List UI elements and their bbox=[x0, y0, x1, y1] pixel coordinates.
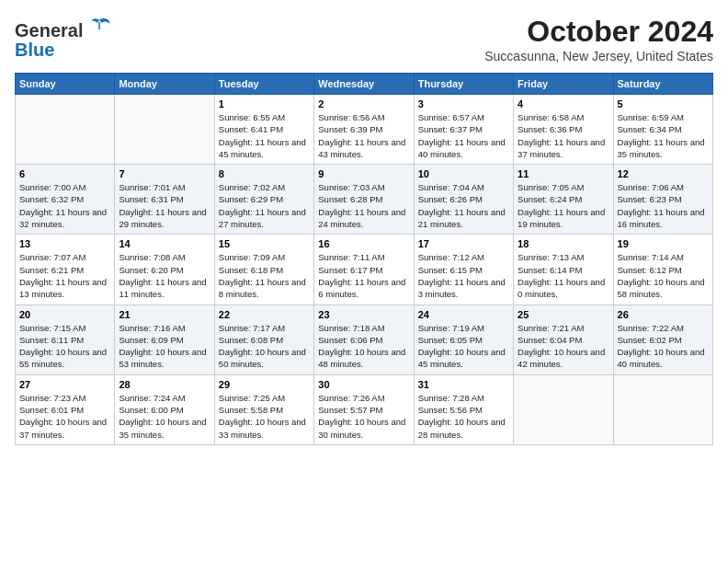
calendar-cell: 6Sunrise: 7:00 AM Sunset: 6:32 PM Daylig… bbox=[16, 165, 115, 235]
calendar-week-3: 13Sunrise: 7:07 AM Sunset: 6:21 PM Dayli… bbox=[16, 235, 713, 304]
day-number: 23 bbox=[318, 309, 409, 320]
day-number: 15 bbox=[219, 238, 310, 249]
logo-bird-icon bbox=[87, 17, 111, 37]
calendar-cell: 16Sunrise: 7:11 AM Sunset: 6:17 PM Dayli… bbox=[314, 235, 414, 304]
day-info: Sunrise: 7:17 AM Sunset: 6:08 PM Dayligh… bbox=[219, 322, 310, 371]
day-number: 5 bbox=[618, 98, 709, 109]
calendar-cell: 7Sunrise: 7:01 AM Sunset: 6:31 PM Daylig… bbox=[115, 165, 214, 235]
calendar-cell: 10Sunrise: 7:04 AM Sunset: 6:26 PM Dayli… bbox=[414, 165, 513, 235]
calendar-week-2: 6Sunrise: 7:00 AM Sunset: 6:32 PM Daylig… bbox=[16, 165, 713, 235]
day-number: 2 bbox=[318, 98, 409, 109]
calendar-cell: 19Sunrise: 7:14 AM Sunset: 6:12 PM Dayli… bbox=[613, 235, 712, 304]
weekday-header-tuesday: Tuesday bbox=[214, 74, 313, 95]
calendar-cell bbox=[514, 374, 613, 444]
weekday-header-sunday: Sunday bbox=[16, 74, 115, 95]
calendar-week-5: 27Sunrise: 7:23 AM Sunset: 6:01 PM Dayli… bbox=[16, 374, 713, 444]
day-number: 9 bbox=[318, 168, 409, 179]
month-title: October 2024 bbox=[484, 15, 713, 49]
calendar-cell: 13Sunrise: 7:07 AM Sunset: 6:21 PM Dayli… bbox=[16, 235, 115, 304]
day-info: Sunrise: 7:02 AM Sunset: 6:29 PM Dayligh… bbox=[219, 181, 310, 230]
day-info: Sunrise: 6:58 AM Sunset: 6:36 PM Dayligh… bbox=[518, 111, 609, 160]
day-number: 25 bbox=[518, 309, 609, 320]
day-info: Sunrise: 6:59 AM Sunset: 6:34 PM Dayligh… bbox=[618, 111, 709, 160]
calendar-cell: 3Sunrise: 6:57 AM Sunset: 6:37 PM Daylig… bbox=[414, 95, 513, 165]
day-info: Sunrise: 7:25 AM Sunset: 5:58 PM Dayligh… bbox=[219, 392, 310, 441]
day-info: Sunrise: 7:16 AM Sunset: 6:09 PM Dayligh… bbox=[119, 322, 210, 371]
day-info: Sunrise: 7:03 AM Sunset: 6:28 PM Dayligh… bbox=[318, 181, 409, 230]
day-info: Sunrise: 7:01 AM Sunset: 6:31 PM Dayligh… bbox=[119, 181, 210, 230]
day-number: 28 bbox=[119, 379, 210, 390]
day-number: 8 bbox=[219, 168, 310, 179]
calendar-cell: 21Sunrise: 7:16 AM Sunset: 6:09 PM Dayli… bbox=[115, 304, 214, 374]
day-number: 26 bbox=[618, 309, 709, 320]
day-number: 20 bbox=[19, 309, 110, 320]
location: Succasunna, New Jersey, United States bbox=[484, 49, 713, 63]
day-number: 4 bbox=[518, 98, 609, 109]
logo-general: General bbox=[15, 20, 83, 40]
calendar-cell: 17Sunrise: 7:12 AM Sunset: 6:15 PM Dayli… bbox=[414, 235, 513, 304]
logo: General Blue bbox=[15, 15, 111, 59]
day-number: 22 bbox=[219, 309, 310, 320]
calendar-cell: 2Sunrise: 6:56 AM Sunset: 6:39 PM Daylig… bbox=[314, 95, 414, 165]
day-info: Sunrise: 7:04 AM Sunset: 6:26 PM Dayligh… bbox=[418, 181, 509, 230]
calendar-table: SundayMondayTuesdayWednesdayThursdayFrid… bbox=[15, 73, 713, 445]
calendar-cell: 27Sunrise: 7:23 AM Sunset: 6:01 PM Dayli… bbox=[16, 374, 115, 444]
day-info: Sunrise: 7:12 AM Sunset: 6:15 PM Dayligh… bbox=[418, 251, 509, 300]
calendar-cell: 24Sunrise: 7:19 AM Sunset: 6:05 PM Dayli… bbox=[414, 304, 513, 374]
day-number: 30 bbox=[318, 379, 409, 390]
day-number: 21 bbox=[119, 309, 210, 320]
calendar-cell: 25Sunrise: 7:21 AM Sunset: 6:04 PM Dayli… bbox=[514, 304, 613, 374]
day-number: 12 bbox=[618, 168, 709, 179]
day-number: 11 bbox=[518, 168, 609, 179]
weekday-header-friday: Friday bbox=[514, 74, 613, 95]
day-number: 14 bbox=[119, 238, 210, 249]
day-number: 16 bbox=[318, 238, 409, 249]
day-info: Sunrise: 7:15 AM Sunset: 6:11 PM Dayligh… bbox=[19, 322, 110, 371]
calendar-cell: 12Sunrise: 7:06 AM Sunset: 6:23 PM Dayli… bbox=[613, 165, 712, 235]
day-info: Sunrise: 7:14 AM Sunset: 6:12 PM Dayligh… bbox=[618, 251, 709, 300]
day-info: Sunrise: 7:18 AM Sunset: 6:06 PM Dayligh… bbox=[318, 322, 409, 371]
day-info: Sunrise: 7:26 AM Sunset: 5:57 PM Dayligh… bbox=[318, 392, 409, 441]
day-info: Sunrise: 7:07 AM Sunset: 6:21 PM Dayligh… bbox=[19, 251, 110, 300]
calendar-cell: 4Sunrise: 6:58 AM Sunset: 6:36 PM Daylig… bbox=[514, 95, 613, 165]
calendar-cell: 9Sunrise: 7:03 AM Sunset: 6:28 PM Daylig… bbox=[314, 165, 414, 235]
calendar-cell: 26Sunrise: 7:22 AM Sunset: 6:02 PM Dayli… bbox=[613, 304, 712, 374]
day-info: Sunrise: 6:56 AM Sunset: 6:39 PM Dayligh… bbox=[318, 111, 409, 160]
day-info: Sunrise: 7:08 AM Sunset: 6:20 PM Dayligh… bbox=[119, 251, 210, 300]
day-info: Sunrise: 7:22 AM Sunset: 6:02 PM Dayligh… bbox=[618, 322, 709, 371]
calendar-week-1: 1Sunrise: 6:55 AM Sunset: 6:41 PM Daylig… bbox=[16, 95, 713, 165]
day-number: 10 bbox=[418, 168, 509, 179]
day-info: Sunrise: 7:00 AM Sunset: 6:32 PM Dayligh… bbox=[19, 181, 110, 230]
calendar-cell: 29Sunrise: 7:25 AM Sunset: 5:58 PM Dayli… bbox=[214, 374, 313, 444]
calendar-cell bbox=[613, 374, 712, 444]
day-number: 6 bbox=[19, 168, 110, 179]
day-info: Sunrise: 7:11 AM Sunset: 6:17 PM Dayligh… bbox=[318, 251, 409, 300]
calendar-cell: 28Sunrise: 7:24 AM Sunset: 6:00 PM Dayli… bbox=[115, 374, 214, 444]
day-info: Sunrise: 7:13 AM Sunset: 6:14 PM Dayligh… bbox=[518, 251, 609, 300]
day-info: Sunrise: 6:55 AM Sunset: 6:41 PM Dayligh… bbox=[219, 111, 310, 160]
day-number: 13 bbox=[19, 238, 110, 249]
day-number: 18 bbox=[518, 238, 609, 249]
day-number: 19 bbox=[618, 238, 709, 249]
day-info: Sunrise: 7:28 AM Sunset: 5:56 PM Dayligh… bbox=[418, 392, 509, 441]
calendar-cell: 5Sunrise: 6:59 AM Sunset: 6:34 PM Daylig… bbox=[613, 95, 712, 165]
day-info: Sunrise: 7:19 AM Sunset: 6:05 PM Dayligh… bbox=[418, 322, 509, 371]
title-block: October 2024 Succasunna, New Jersey, Uni… bbox=[484, 15, 713, 63]
day-info: Sunrise: 7:23 AM Sunset: 6:01 PM Dayligh… bbox=[19, 392, 110, 441]
day-number: 31 bbox=[418, 379, 509, 390]
calendar-cell: 14Sunrise: 7:08 AM Sunset: 6:20 PM Dayli… bbox=[115, 235, 214, 304]
calendar-cell: 15Sunrise: 7:09 AM Sunset: 6:18 PM Dayli… bbox=[214, 235, 313, 304]
weekday-header-thursday: Thursday bbox=[414, 74, 513, 95]
calendar-cell: 22Sunrise: 7:17 AM Sunset: 6:08 PM Dayli… bbox=[214, 304, 313, 374]
calendar-cell bbox=[16, 95, 115, 165]
calendar-cell: 18Sunrise: 7:13 AM Sunset: 6:14 PM Dayli… bbox=[514, 235, 613, 304]
day-number: 24 bbox=[418, 309, 509, 320]
calendar-cell: 1Sunrise: 6:55 AM Sunset: 6:41 PM Daylig… bbox=[214, 95, 313, 165]
day-number: 3 bbox=[418, 98, 509, 109]
day-info: Sunrise: 7:05 AM Sunset: 6:24 PM Dayligh… bbox=[518, 181, 609, 230]
page-header: General Blue October 2024 Succasunna, Ne… bbox=[15, 15, 713, 63]
day-number: 7 bbox=[119, 168, 210, 179]
day-info: Sunrise: 6:57 AM Sunset: 6:37 PM Dayligh… bbox=[418, 111, 509, 160]
day-info: Sunrise: 7:21 AM Sunset: 6:04 PM Dayligh… bbox=[518, 322, 609, 371]
day-number: 27 bbox=[19, 379, 110, 390]
